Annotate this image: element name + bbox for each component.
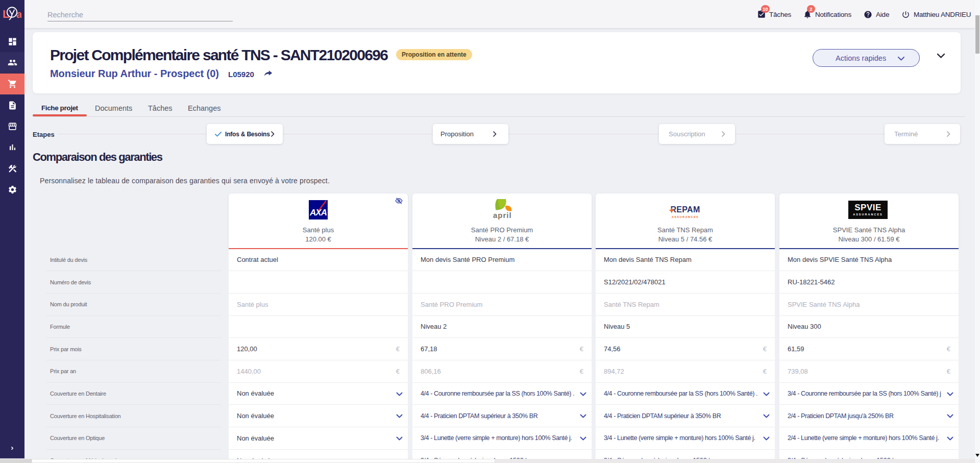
svg-text:AXA: AXA [309, 208, 327, 217]
svg-text:L: L [3, 8, 9, 20]
svg-text:april: april [493, 211, 512, 220]
svg-text:a: a [16, 9, 21, 20]
